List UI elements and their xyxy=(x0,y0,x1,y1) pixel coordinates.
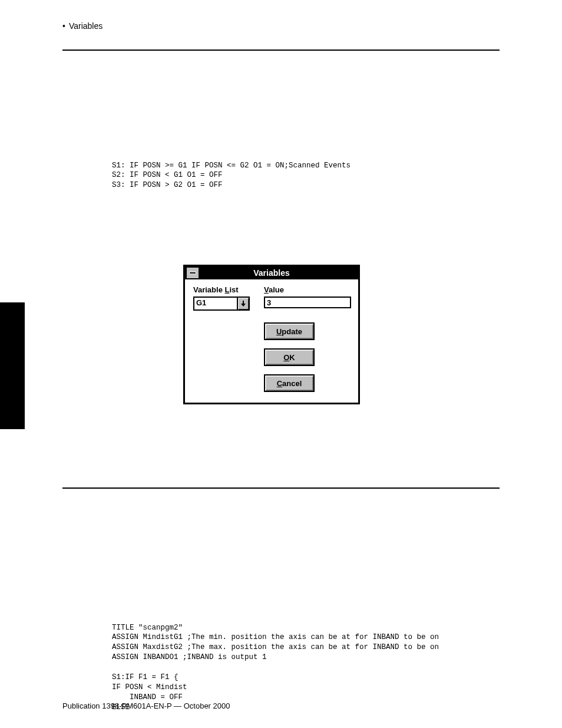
dialog-titlebar[interactable]: Variables xyxy=(185,266,358,279)
chevron-down-icon xyxy=(240,301,246,307)
cancel-button-mnemonic: C xyxy=(277,379,282,388)
code-listing-scanned-events: S1: IF POSN >= G1 IF POSN <= G2 O1 = ON;… xyxy=(112,161,351,191)
update-button-text: pdate xyxy=(282,327,302,336)
variable-list-label-pre: Variable xyxy=(193,285,224,294)
variable-list-label-post: ist xyxy=(229,285,238,294)
variable-list-selected[interactable]: G1 xyxy=(194,298,237,309)
code-listing-scanpgm2: TITLE "scanpgm2" ASSIGN MindistG1 ;The m… xyxy=(112,623,439,713)
page-header: •Variables xyxy=(62,0,500,31)
ok-button-text: K xyxy=(289,353,295,362)
variable-list-combobox[interactable]: G1 xyxy=(193,297,250,311)
header-bullet: • xyxy=(62,21,65,31)
fields-row: Variable List G1 xyxy=(193,285,351,311)
value-input[interactable]: 3 xyxy=(264,297,351,308)
system-menu-icon[interactable] xyxy=(186,267,199,279)
variable-list-column: Variable List G1 xyxy=(193,285,264,311)
variable-list-label: Variable List xyxy=(193,285,264,294)
update-button[interactable]: Update xyxy=(264,322,315,340)
cancel-button-text: ancel xyxy=(282,379,302,388)
section-divider xyxy=(62,487,500,489)
cancel-button[interactable]: Cancel xyxy=(264,374,315,392)
dialog-frame: Variables Variable List G1 xyxy=(183,265,360,404)
svg-marker-1 xyxy=(241,304,246,307)
system-menu-dash-icon xyxy=(189,272,196,274)
value-label: Value xyxy=(264,285,351,294)
value-column: Value 3 xyxy=(264,285,351,308)
variables-dialog: Variables Variable List G1 xyxy=(183,265,360,404)
ok-button-mnemonic: O xyxy=(283,353,289,362)
ok-button[interactable]: OK xyxy=(264,348,315,366)
document-page: •Variables S1: IF POSN >= G1 IF POSN <= … xyxy=(0,0,562,728)
publication-footer: Publication 1398-PM601A-EN-P — October 2… xyxy=(62,701,230,710)
side-thumb-tab xyxy=(0,302,25,429)
value-label-mnemonic: V xyxy=(264,285,269,294)
dialog-title: Variables xyxy=(185,268,358,278)
header-section-name: Variables xyxy=(69,21,103,31)
value-label-post: alue xyxy=(269,285,284,294)
update-button-mnemonic: U xyxy=(276,327,282,336)
combobox-dropdown-button[interactable] xyxy=(237,298,249,309)
dialog-body: Variable List G1 xyxy=(185,279,358,403)
header-divider xyxy=(62,50,500,51)
button-column: Update OK Cancel xyxy=(264,322,351,392)
